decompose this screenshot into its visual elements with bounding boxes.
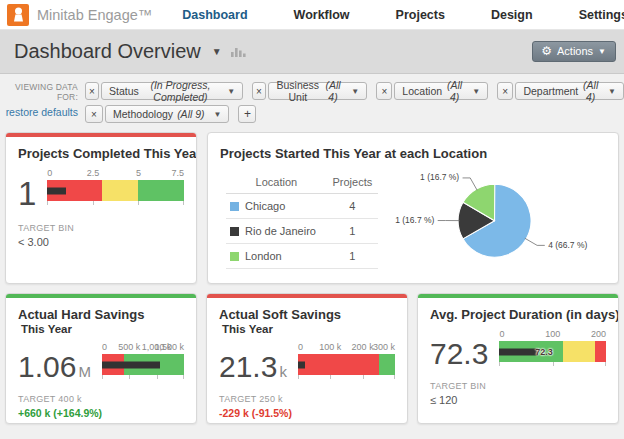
target-label: TARGET BIN xyxy=(430,381,606,391)
pie-slice-label: 1 (16.7 %) xyxy=(420,172,459,182)
dashboard-select-caret-icon[interactable]: ▼ xyxy=(212,46,222,57)
chevron-down-icon: ▼ xyxy=(472,87,480,96)
bullet-chart: 0100 k200 k300 k xyxy=(298,342,395,375)
kpi-value: 72.3 xyxy=(430,338,488,370)
target-label: TARGET 250 k xyxy=(219,394,395,404)
filter-group-location: ×Location(All 4)▼ xyxy=(376,82,488,100)
chevron-down-icon: ▼ xyxy=(351,87,359,96)
card-subtitle: This Year xyxy=(222,323,395,335)
card-title: Avg. Project Duration (in days) xyxy=(430,307,606,322)
chevron-down-icon: ▼ xyxy=(608,87,616,96)
legend-swatch-icon xyxy=(230,227,239,236)
pie-leader-line xyxy=(525,238,545,245)
target-label: TARGET BIN xyxy=(18,223,184,233)
delta-value: +660 k (+164.9%) xyxy=(18,407,184,419)
card-title: Projects Completed This Year xyxy=(18,146,184,161)
chevron-down-icon: ▼ xyxy=(227,87,235,96)
measure-bar xyxy=(499,348,538,355)
measure-bar xyxy=(298,361,305,368)
card-hard-savings: Actual Hard Savings This Year 1.06M 0500… xyxy=(5,293,197,424)
table-row: Chicago4 xyxy=(226,194,378,219)
kpi-unit: k xyxy=(279,363,287,380)
filter-group-status: ×Status(In Progress, Completed)▼ xyxy=(85,82,243,100)
actions-button-label: Actions xyxy=(557,45,593,57)
page-title: Dashboard Overview xyxy=(14,40,201,63)
card-accent xyxy=(6,294,196,298)
measure-bar xyxy=(47,187,65,194)
target-label: TARGET 400 k xyxy=(18,394,184,404)
chevron-down-icon: ▼ xyxy=(598,47,606,56)
brand-title: Minitab Engage™ xyxy=(37,7,152,23)
filter-chip-row-1: ×Status(In Progress, Completed)▼×Busines… xyxy=(85,82,624,100)
nav-tab-workflow[interactable]: Workflow xyxy=(294,8,350,22)
bullet-chart: 02.557.5 xyxy=(47,168,184,201)
kpi-value: 1.06M xyxy=(18,351,91,383)
card-soft-savings: Actual Soft Savings This Year 21.3k 0100… xyxy=(206,293,408,424)
target-value: ≤ 120 xyxy=(430,394,606,406)
filter-chip-business-unit[interactable]: Business Unit(All 4)▼ xyxy=(268,82,367,100)
card-title: Actual Hard Savings xyxy=(18,307,184,322)
legend-swatch-icon xyxy=(230,252,239,261)
table-row: London1 xyxy=(226,244,378,269)
location-table: LocationProjectsChicago4Rio de Janeiro1L… xyxy=(226,173,378,269)
chevron-down-icon: ▼ xyxy=(214,110,222,119)
dashboard-cards: Projects Completed This Year 1 02.557.5 … xyxy=(0,127,624,424)
bullet-chart: 010020072.3 xyxy=(499,329,606,362)
restore-defaults-link[interactable]: restore defaults xyxy=(6,106,78,118)
filter-bar: VIEWING DATA FOR: restore defaults ×Stat… xyxy=(0,74,624,127)
filter-chip-status[interactable]: Status(In Progress, Completed)▼ xyxy=(101,82,243,100)
kpi-value: 21.3k xyxy=(219,351,287,383)
table-header: Projects xyxy=(327,173,378,194)
dashboard-chart-icon[interactable] xyxy=(231,43,246,61)
card-accent xyxy=(418,294,618,298)
card-accent xyxy=(207,294,407,298)
nav-tab-projects[interactable]: Projects xyxy=(396,8,445,22)
minitab-engage-logo-icon xyxy=(7,4,29,26)
header-bar: Dashboard Overview ▼ ⚙ Actions ▼ xyxy=(0,30,624,74)
pie-leader-line xyxy=(463,178,478,190)
filter-group-business-unit: ×Business Unit(All 4)▼ xyxy=(252,82,367,100)
remove-filter-business-unit-button[interactable]: × xyxy=(252,82,266,100)
nav-tabs: DashboardWorkflowProjectsDesignSettings xyxy=(182,8,624,22)
kpi-value: 1 xyxy=(18,177,36,212)
delta-value: -229 k (-91.5%) xyxy=(219,407,395,419)
pie-chart: 4 (66.7 %)1 (16.7 %)1 (16.7 %) xyxy=(378,163,606,275)
card-project-duration: Avg. Project Duration (in days) 72.3 010… xyxy=(417,293,619,424)
pie-slice-label: 1 (16.7 %) xyxy=(395,215,434,225)
gear-icon: ⚙ xyxy=(541,45,552,57)
bullet-chart: 0500 k1,000 k1,500 k xyxy=(102,342,184,375)
add-filter-button[interactable]: + xyxy=(238,105,256,123)
filter-group-methodology: ×Methodology(All 9)▼ xyxy=(85,105,229,123)
top-nav: Minitab Engage™ DashboardWorkflowProject… xyxy=(0,0,624,30)
remove-filter-department-button[interactable]: × xyxy=(497,82,513,100)
actions-button[interactable]: ⚙ Actions ▼ xyxy=(532,41,616,62)
card-title: Actual Soft Savings xyxy=(219,307,395,322)
remove-filter-methodology-button[interactable]: × xyxy=(85,105,103,123)
filter-chip-row-2: ×Methodology(All 9)▼+ xyxy=(85,105,624,123)
viewing-data-label: VIEWING DATA FOR: xyxy=(4,82,78,102)
filter-group-department: ×Department(All 4)▼ xyxy=(497,82,624,100)
remove-filter-status-button[interactable]: × xyxy=(85,82,99,100)
card-projects-completed: Projects Completed This Year 1 02.557.5 … xyxy=(5,132,197,284)
filter-chip-location[interactable]: Location(All 4)▼ xyxy=(394,82,488,100)
nav-tab-settings[interactable]: Settings xyxy=(579,8,624,22)
target-value: < 3.00 xyxy=(18,236,184,248)
filter-chip-methodology[interactable]: Methodology(All 9)▼ xyxy=(105,105,229,123)
legend-swatch-icon xyxy=(230,202,239,211)
measure-bar-label: 72.3 xyxy=(535,347,553,357)
table-row: Rio de Janeiro1 xyxy=(226,219,378,244)
nav-tab-design[interactable]: Design xyxy=(491,8,533,22)
nav-tab-dashboard[interactable]: Dashboard xyxy=(182,8,247,22)
card-accent xyxy=(6,133,196,137)
table-header: Location xyxy=(226,173,327,194)
pie-slice-label: 4 (66.7 %) xyxy=(548,240,587,250)
remove-filter-location-button[interactable]: × xyxy=(376,82,392,100)
card-title: Projects Started This Year at each Locat… xyxy=(220,146,606,161)
measure-bar xyxy=(102,361,160,368)
card-projects-started: Projects Started This Year at each Locat… xyxy=(207,132,619,284)
filter-chip-department[interactable]: Department(All 4)▼ xyxy=(515,82,624,100)
card-subtitle: This Year xyxy=(21,323,184,335)
kpi-unit: M xyxy=(78,363,91,380)
